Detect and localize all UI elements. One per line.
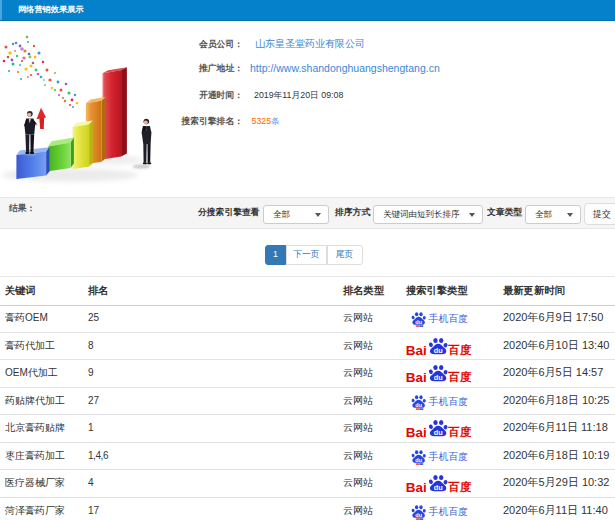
svg-text:百度: 百度 bbox=[447, 426, 471, 439]
svg-text:du: du bbox=[434, 428, 443, 437]
svg-text:百度: 百度 bbox=[447, 343, 471, 356]
svg-text:du: du bbox=[415, 401, 422, 407]
svg-text:百度: 百度 bbox=[447, 481, 471, 494]
svg-text:du: du bbox=[434, 346, 443, 355]
svg-text:手机百度: 手机百度 bbox=[429, 506, 468, 517]
svg-text:Bai: Bai bbox=[406, 343, 427, 358]
svg-text:Bai: Bai bbox=[406, 480, 427, 495]
svg-text:du: du bbox=[434, 373, 443, 382]
svg-text:手机百度: 手机百度 bbox=[429, 451, 468, 462]
svg-text:手机百度: 手机百度 bbox=[429, 396, 468, 407]
svg-text:du: du bbox=[434, 483, 443, 492]
svg-text:百度: 百度 bbox=[447, 371, 471, 384]
svg-text:du: du bbox=[415, 511, 422, 517]
svg-text:手机百度: 手机百度 bbox=[429, 313, 468, 324]
svg-text:Bai: Bai bbox=[406, 425, 427, 440]
svg-text:Bai: Bai bbox=[406, 371, 427, 386]
svg-text:du: du bbox=[415, 456, 422, 462]
svg-text:du: du bbox=[415, 319, 422, 325]
